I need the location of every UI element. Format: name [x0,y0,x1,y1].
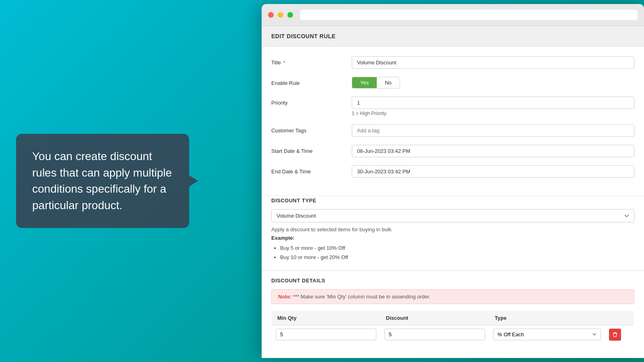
example-item-1: Buy 5 or more - get 10% Off [280,243,634,253]
edit-section-title: EDIT DISCOUNT RULE [271,33,336,39]
start-date-row: Start Date & Time [271,145,634,157]
trash-icon [613,332,617,337]
customer-tags-control-wrap [352,124,634,137]
discount-table-body: % Off Each Fixed Price % Off Total [272,325,634,344]
discount-table-header: Min Qty Discount Type [272,311,634,325]
min-qty-input[interactable] [276,329,376,340]
minimize-icon[interactable] [278,12,283,18]
edit-section-header: EDIT DISCOUNT RULE [262,26,644,47]
discount-type-section: DISCOUNT TYPE Volume Discount Percentage… [262,196,644,270]
form-body: Title * Enable Rule Yes No [262,47,644,195]
start-date-label: Start Date & Time [271,145,352,154]
apply-text: Apply a discount to selected items for b… [271,226,634,232]
page-content: EDIT DISCOUNT RULE Title * Enable Rule [262,26,644,358]
note-box: Note: *** Make sure 'Min Qty' column mus… [271,289,634,304]
tooltip-text: You can create discount rules that can a… [32,150,172,212]
title-control-wrap [352,56,634,69]
discount-cell [380,325,489,344]
note-label: Note: [278,294,291,300]
discount-details-title: DISCOUNT DETAILS [271,271,634,289]
priority-input[interactable] [352,97,634,109]
note-text: *** Make sure 'Min Qty' column must be i… [293,294,431,300]
col-discount-header: Discount [380,311,489,325]
min-qty-cell [272,325,380,344]
title-input[interactable] [352,56,634,69]
end-date-label: End Date & Time [271,165,352,175]
discount-details-section: DISCOUNT DETAILS Note: *** Make sure 'Mi… [262,271,644,352]
enable-rule-control-wrap: Yes No [352,77,634,88]
customer-tags-label: Customer Tags [271,124,352,134]
col-type-header: Type [489,311,605,325]
discount-table-header-row: Min Qty Discount Type [272,311,634,325]
start-date-control-wrap [352,145,634,157]
example-list: Buy 5 or more - get 10% Off Buy 10 or mo… [271,243,634,262]
enable-no-button[interactable]: No [377,77,400,88]
priority-control-wrap: 1 = High Priority [352,97,634,116]
priority-row: Priority 1 = High Priority [271,97,634,116]
delete-row-button[interactable] [609,329,621,341]
priority-hint: 1 = High Priority [352,111,634,116]
browser-chrome [262,4,644,26]
end-date-row: End Date & Time [271,165,634,178]
type-select[interactable]: % Off Each Fixed Price % Off Total [493,329,601,340]
enable-rule-toggle: Yes No [352,77,400,88]
discount-input[interactable] [384,329,485,340]
discount-type-select[interactable]: Volume Discount Percentage Discount Fixe… [271,209,634,222]
title-label: Title * [271,56,352,66]
start-date-input[interactable] [352,145,634,157]
end-date-input[interactable] [352,165,634,178]
discount-type-title: DISCOUNT TYPE [271,196,634,204]
col-min-qty-header: Min Qty [272,311,380,325]
customer-tags-input[interactable] [352,124,634,137]
close-icon[interactable] [268,12,274,18]
address-bar[interactable] [300,10,638,20]
col-action-header [605,311,634,325]
customer-tags-row: Customer Tags [271,124,634,137]
example-item-2: Buy 10 or more - get 20% Off [280,253,634,262]
example-label: Example: [271,235,634,241]
table-row: % Off Each Fixed Price % Off Total [272,325,634,344]
enable-rule-label: Enable Rule [271,77,352,86]
title-row: Title * [271,56,634,69]
end-date-control-wrap [352,165,634,178]
tooltip-bubble: You can create discount rules that can a… [16,134,189,228]
maximize-icon[interactable] [287,12,293,18]
type-cell: % Off Each Fixed Price % Off Total [489,325,605,344]
browser-window: EDIT DISCOUNT RULE Title * Enable Rule [262,4,644,358]
enable-yes-button[interactable]: Yes [352,77,377,88]
enable-rule-row: Enable Rule Yes No [271,77,634,88]
discount-table: Min Qty Discount Type [271,311,634,344]
action-cell [605,325,634,344]
priority-label: Priority [271,97,352,106]
